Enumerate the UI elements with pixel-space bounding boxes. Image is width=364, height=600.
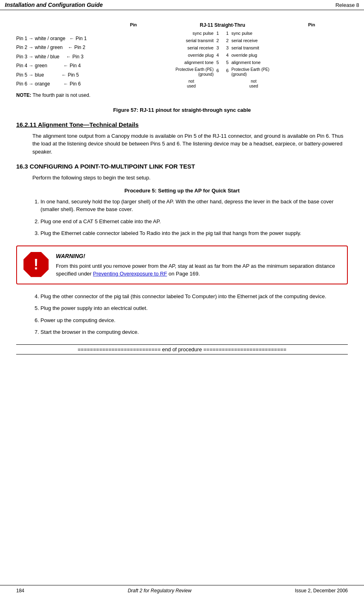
pin-row-3-num-left: 3 bbox=[214, 45, 222, 50]
pin-row-5-num-right: 5 bbox=[224, 60, 232, 65]
pin-line-4: Pin 4 → green ← Pin 4 bbox=[16, 62, 97, 70]
pin-row-2-left-label: serial transmit bbox=[169, 38, 214, 43]
step-7: Start the browser in the computing devic… bbox=[40, 328, 348, 336]
procedure-title: Procedure 5: Setting up the AP for Quick… bbox=[16, 188, 348, 194]
step-3: Plug the Ethernet cable connector labele… bbox=[40, 229, 348, 237]
pin3-label: Pin 3 → white / blue ← Pin 3 bbox=[16, 53, 83, 61]
pin-row-4: override plug 4 4 override plug bbox=[169, 53, 276, 58]
step-4: Plug the other connector of the pig tail… bbox=[40, 293, 348, 301]
pin-line-5: Pin 5 → blue ← Pin 5 bbox=[16, 71, 97, 79]
footer-center: Draft 2 for Regulatory Review bbox=[128, 588, 191, 594]
note-body: The fourth pair is not used. bbox=[32, 92, 90, 98]
pin-row-2-num-left: 2 bbox=[214, 38, 222, 43]
pin5-label: Pin 5 → blue ← Pin 5 bbox=[16, 71, 79, 79]
warning-box: ! WARNING! From this point until you rem… bbox=[16, 246, 348, 284]
step-2: Plug one end of a CAT 5 Ethernet cable i… bbox=[40, 218, 348, 226]
figure-caption: Figure 57: RJ-11 pinout for straight-thr… bbox=[16, 107, 348, 113]
pin-row-not-used: notused notused bbox=[169, 79, 276, 89]
step-6: Power up the computing device. bbox=[40, 316, 348, 325]
pin-labels-left: Pin 1 → white / orange ← Pin 1 Pin 2 → w… bbox=[16, 22, 97, 100]
section-16-3: 16.3 CONFIGURING A POINT-TO-MULTIPOINT L… bbox=[16, 163, 348, 336]
header-title: Installation and Configuration Guide bbox=[5, 2, 103, 8]
pin-row-nu-right-label: notused bbox=[232, 79, 276, 89]
pin-row-1-right-label: sync pulse bbox=[232, 31, 276, 36]
main-content: Pin 1 → white / orange ← Pin 1 Pin 2 → w… bbox=[0, 10, 364, 383]
diagram-center: Pin RJ-11 Straight-Thru Pin sync pulse 1… bbox=[97, 22, 348, 90]
pin-line-3: Pin 3 → white / blue ← Pin 3 bbox=[16, 53, 97, 61]
pin-row-1-num-right: 1 bbox=[224, 31, 232, 36]
pin-row-4-num-left: 4 bbox=[214, 53, 222, 58]
pin-row-2: serial transmit 2 2 serial receive bbox=[169, 38, 276, 43]
pin-row-4-num-right: 4 bbox=[224, 53, 232, 58]
pin-row-1-left-label: sync pulse bbox=[169, 31, 214, 36]
pin-row-6-left-label: Protective Earth (PE)(ground) bbox=[169, 67, 214, 77]
col-rj11: RJ-11 Straight-Thru bbox=[146, 22, 299, 28]
section-16-2-11-heading: 16.2.11 Alignment Tone—Technical Details bbox=[16, 121, 348, 128]
page-footer: 184 Draft 2 for Regulatory Review Issue … bbox=[0, 585, 364, 596]
steps-list-before-warning: In one hand, securely hold the top (larg… bbox=[40, 198, 348, 237]
pin-row-6-num-left: 6 bbox=[214, 67, 222, 73]
pin-row-nu-left-label: notused bbox=[169, 79, 214, 89]
pin-row-3: serial receive 3 3 serial transmit bbox=[169, 45, 276, 50]
pin-row-2-right-label: serial receive bbox=[232, 38, 276, 43]
col-pin-left: Pin bbox=[101, 22, 146, 28]
diagram-note: NOTE: The fourth pair is not used. bbox=[16, 91, 97, 99]
diagram-section: Pin 1 → white / orange ← Pin 1 Pin 2 → w… bbox=[16, 22, 348, 100]
pin-row-6-right-label: Protective Earth (PE)(ground) bbox=[232, 67, 276, 77]
pin-row-6: Protective Earth (PE)(ground) 6 6 Protec… bbox=[169, 67, 276, 77]
warning-body: From this point until you remove power f… bbox=[56, 262, 341, 278]
header-release: Release 8 bbox=[335, 2, 359, 8]
pin2-label: Pin 2 → white / green ← Pin 2 bbox=[16, 43, 85, 51]
col-pin-right: Pin bbox=[299, 22, 344, 28]
pin4-label: Pin 4 → green ← Pin 4 bbox=[16, 62, 81, 70]
end-of-procedure: =========================== end of proce… bbox=[16, 344, 348, 354]
pin-line-1: Pin 1 → white / orange ← Pin 1 bbox=[16, 34, 97, 43]
pin-row-1-num-left: 1 bbox=[214, 31, 222, 36]
pin-row-4-left-label: override plug bbox=[169, 53, 214, 58]
pin-row-5-right-label: alignment tone bbox=[232, 60, 276, 65]
section-16-2-11: 16.2.11 Alignment Tone—Technical Details… bbox=[16, 121, 348, 156]
footer-right: Issue 2, December 2006 bbox=[295, 588, 348, 594]
pin-row-5-left-label: alignment tone bbox=[169, 60, 214, 65]
pin6-label: Pin 6 → orange ← Pin 6 bbox=[16, 80, 81, 88]
pin-row-5: alignment tone 5 5 alignment tone bbox=[169, 60, 276, 65]
pin-row-3-right-label: serial transmit bbox=[232, 45, 276, 50]
pin-line-6: Pin 6 → orange ← Pin 6 bbox=[16, 80, 97, 88]
pin-row-3-num-right: 3 bbox=[224, 45, 232, 50]
pin1-label: Pin 1 → white / orange ← Pin 1 bbox=[16, 34, 87, 43]
diagram-header: Pin RJ-11 Straight-Thru Pin bbox=[97, 22, 348, 28]
pin-row-4-right-label: override plug bbox=[232, 53, 276, 58]
warning-title: WARNING! bbox=[56, 252, 341, 260]
warning-icon: ! bbox=[23, 252, 49, 277]
note-label: NOTE: bbox=[16, 92, 31, 98]
step-1: In one hand, securely hold the top (larg… bbox=[40, 198, 348, 214]
step-5: Plug the power supply into an electrical… bbox=[40, 304, 348, 312]
pin-row-5-num-left: 5 bbox=[214, 60, 222, 65]
warning-link[interactable]: Preventing Overexposure to RF bbox=[93, 271, 167, 277]
steps-list-after-warning: Plug the other connector of the pig tail… bbox=[40, 293, 348, 336]
pin-row-3-left-label: serial receive bbox=[169, 45, 214, 50]
section-16-3-heading: 16.3 CONFIGURING A POINT-TO-MULTIPOINT L… bbox=[16, 163, 348, 170]
pin-line-2: Pin 2 → white / green ← Pin 2 bbox=[16, 43, 97, 51]
pin-row-1: sync pulse 1 1 sync pulse bbox=[169, 31, 276, 36]
section-16-2-11-body: The alignment tone output from a Canopy … bbox=[32, 132, 348, 156]
pin-row-2-num-right: 2 bbox=[224, 38, 232, 43]
pin-row-6-num-right: 6 bbox=[224, 67, 232, 73]
warning-body2: on Page 169. bbox=[167, 271, 200, 277]
section-16-3-intro: Perform the following steps to begin the… bbox=[32, 174, 348, 182]
footer-page-num: 184 bbox=[16, 588, 24, 594]
warning-content: WARNING! From this point until you remov… bbox=[56, 252, 341, 278]
page-header: Installation and Configuration Guide Rel… bbox=[0, 0, 364, 10]
